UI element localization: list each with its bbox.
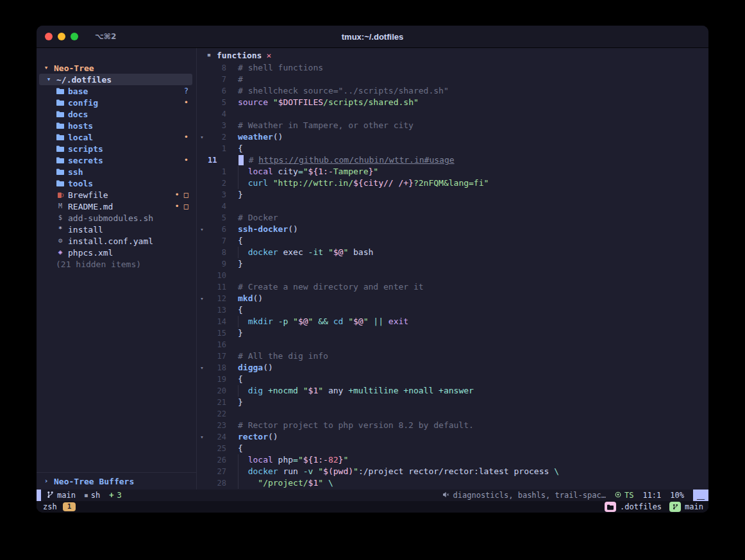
code-line[interactable]: 20 dig +nocmd "$1" any +multiline +noall…	[197, 385, 708, 397]
fold-icon: ▾	[197, 431, 207, 443]
tree-item-hosts[interactable]: hosts	[37, 120, 196, 131]
window-index-badge[interactable]: 1	[63, 502, 76, 511]
tree-item-add-submodules.sh[interactable]: $add-submodules.sh	[37, 212, 196, 224]
code-line[interactable]: 6# shellcheck source="../scripts/shared.…	[197, 85, 708, 97]
code-line[interactable]: 15}	[197, 327, 708, 339]
tree-item-~-.dotfiles[interactable]: ▾~/.dotfiles	[39, 74, 192, 85]
code-token: "	[303, 386, 308, 395]
close-window-button[interactable]	[45, 33, 53, 40]
code-line[interactable]: 1 local city="${1:-Tampere}"	[197, 166, 708, 177]
git-status-badge: •	[184, 156, 188, 165]
tree-item-local[interactable]: local•	[37, 131, 196, 143]
code-token: }	[238, 259, 243, 268]
code-line[interactable]: 9}	[197, 258, 708, 270]
fold-column	[197, 177, 207, 189]
tree-item-label: Brewfile	[68, 190, 108, 200]
fold-column	[197, 270, 207, 281]
window-title: tmux:~/.dotfiles	[37, 32, 708, 42]
scroll-percent: 10%	[670, 491, 684, 500]
git-status-badge: •	[175, 190, 180, 199]
code-token: "http://wttr.in/	[273, 178, 353, 188]
line-number: 11	[207, 281, 226, 293]
code-line[interactable]: 14 mkdir -p "$@" && cd "$@" || exit	[197, 316, 708, 327]
code-line[interactable]: 3}	[197, 189, 708, 201]
code-line[interactable]: 1{	[197, 143, 708, 154]
code-line[interactable]: 8 docker exec -it "$@" bash	[197, 247, 708, 258]
code-line[interactable]: 4	[197, 201, 708, 212]
code-line[interactable]: 16	[197, 339, 708, 350]
code-line[interactable]: 25{	[197, 443, 708, 454]
tree-item-base[interactable]: base?	[37, 85, 196, 97]
code-line[interactable]: 13{	[197, 304, 708, 316]
code-token: ssh-docker	[238, 224, 288, 234]
code-line[interactable]: 21}	[197, 397, 708, 408]
tree-item-scripts[interactable]: scripts	[37, 143, 196, 154]
code-line[interactable]: ▾6ssh-docker()	[197, 224, 708, 235]
code-line[interactable]: 7#	[197, 74, 708, 85]
git-status-badges: •	[184, 98, 188, 107]
code-line[interactable]: ▾2weather()	[197, 131, 708, 143]
code-line[interactable]: 3# Weather in Tampere, or other city	[197, 120, 708, 131]
code-line[interactable]: 5source "$DOTFILES/scripts/shared.sh"	[197, 97, 708, 108]
tree-item-install[interactable]: *install	[37, 224, 196, 235]
fold-column	[197, 235, 207, 247]
code-token: $1	[308, 386, 319, 395]
tree-item-docs[interactable]: docs	[37, 108, 196, 120]
code-line[interactable]: 26 local php="${1:-82}"	[197, 454, 708, 466]
code-line[interactable]: 10	[197, 270, 708, 281]
tree-item-phpcs.xml[interactable]: ◈phpcs.xml	[37, 247, 196, 258]
tmux-branch-label: main	[685, 502, 703, 511]
code-token: "	[293, 317, 298, 326]
tree-item--21-hidden-items-[interactable]: (21 hidden items)	[37, 258, 196, 270]
code-token: "	[348, 317, 353, 326]
code-line[interactable]: 5# Docker	[197, 212, 708, 224]
tab-functions[interactable]: ▪ functions ×	[205, 49, 271, 61]
code-text: local php="${1:-82}"	[238, 454, 708, 466]
code-line[interactable]: 23# Rector project to php version 8.2 by…	[197, 420, 708, 431]
code-line[interactable]: 11 # https://github.com/chubin/wttr.in#u…	[197, 154, 708, 166]
zoom-window-button[interactable]	[71, 33, 78, 40]
fold-column	[197, 201, 207, 212]
code-token: ()	[268, 432, 278, 441]
code-line[interactable]: 4	[197, 108, 708, 120]
tree-item-tools[interactable]: tools	[37, 177, 196, 189]
code-line[interactable]: ▾24rector()	[197, 431, 708, 443]
code-token: # shellcheck source="../scripts/shared.s…	[238, 86, 449, 95]
code-line[interactable]: 19{	[197, 374, 708, 385]
code-line[interactable]: 27 docker run -v "$(pwd)":/project recto…	[197, 466, 708, 477]
line-number: 10	[207, 270, 226, 281]
line-number: 1	[207, 166, 226, 177]
code-line[interactable]: 22	[197, 408, 708, 420]
tree-item-readme.md[interactable]: MREADME.md•□	[37, 201, 196, 212]
statusline: main ■ sh + 3 diagnosticls, bashls, trai…	[37, 490, 708, 501]
code-buffer[interactable]: 8# shell functions7#6# shellcheck source…	[197, 62, 708, 490]
gear-icon: ⚙	[56, 235, 65, 247]
tree-item-brewfile[interactable]: Brewfile•□	[37, 189, 196, 201]
code-line[interactable]: 28 "/project/$1" \	[197, 477, 708, 489]
code-token	[238, 466, 248, 476]
code-line[interactable]: ▾12mkd()	[197, 293, 708, 304]
tab-close-icon[interactable]: ×	[266, 51, 271, 60]
code-line[interactable]: 11# Create a new directory and enter it	[197, 281, 708, 293]
fold-column	[197, 374, 207, 385]
neo-tree-buffers-section[interactable]: › Neo-Tree Buffers	[37, 472, 196, 490]
code-line[interactable]: 7{	[197, 235, 708, 247]
tree-item-install.conf.yaml[interactable]: ⚙install.conf.yaml	[37, 235, 196, 247]
line-number: 4	[207, 108, 226, 120]
minimize-window-button[interactable]	[58, 33, 65, 40]
shell-icon: $	[56, 212, 65, 224]
code-line[interactable]: 2 curl "http://wttr.in/${city// /+}?2nFQ…	[197, 177, 708, 189]
line-number: 3	[207, 120, 226, 131]
code-line[interactable]: 17# All the dig info	[197, 350, 708, 362]
tree-item-secrets[interactable]: secrets•	[37, 154, 196, 166]
code-token: \	[328, 478, 333, 488]
tree-item-config[interactable]: config•	[37, 97, 196, 108]
tree-item-neo-tree[interactable]: ▾Neo-Tree	[37, 62, 196, 74]
tree-item-ssh[interactable]: ssh	[37, 166, 196, 177]
code-token: "	[318, 466, 323, 476]
code-line[interactable]: 8# shell functions	[197, 62, 708, 74]
code-line[interactable]: ▾18digga()	[197, 362, 708, 374]
tree-item-label: config	[68, 98, 98, 108]
code-text: # https://github.com/chubin/wttr.in#usag…	[239, 154, 708, 166]
code-token: {	[238, 305, 243, 315]
